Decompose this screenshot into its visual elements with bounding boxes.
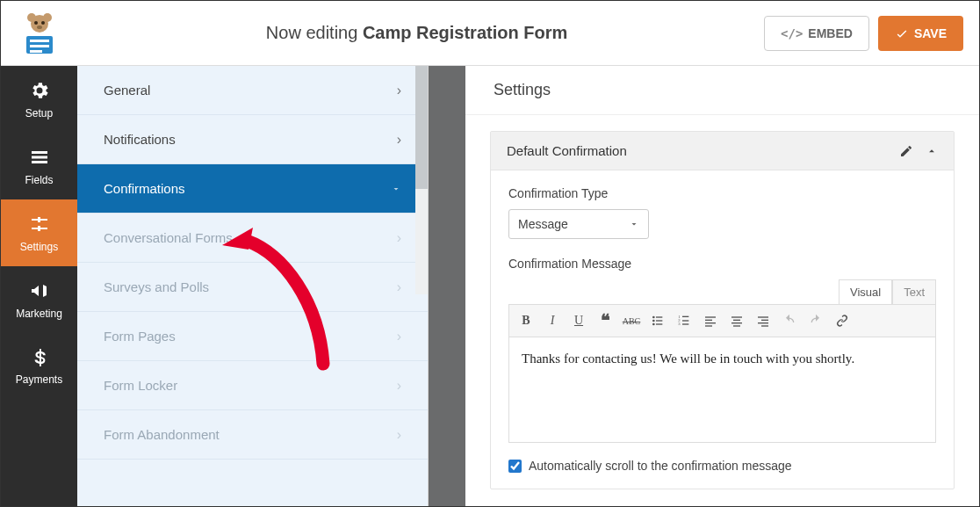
chevron-up-icon[interactable] [926, 145, 938, 157]
nav-setup[interactable]: Setup [1, 66, 77, 133]
tab-visual[interactable]: Visual [839, 279, 892, 304]
editor-toolbar: B I U ❝ ABC 123 [508, 304, 936, 337]
number-list-button[interactable]: 123 [671, 308, 697, 334]
autoscroll-checkbox[interactable] [508, 460, 522, 473]
nav-settings-label: Settings [20, 241, 58, 253]
sidebar-item-confirmations[interactable]: Confirmations [77, 164, 428, 214]
nav-fields[interactable]: Fields [1, 133, 77, 199]
embed-label: EMBED [808, 26, 853, 40]
sidebar-item-conversational-forms[interactable]: Conversational Forms › [77, 214, 428, 263]
sidebar-item-label: Confirmations [104, 181, 185, 196]
svg-rect-19 [682, 320, 688, 321]
main-body: Default Confirmation Confirmation Type M… [465, 115, 979, 506]
autoscroll-row: Automatically scroll to the confirmation… [508, 459, 936, 473]
italic-button[interactable]: I [539, 308, 566, 334]
svg-text:3: 3 [678, 322, 681, 326]
top-header: Now editing Camp Registration Form </> E… [1, 1, 979, 66]
confirmation-message-label: Confirmation Message [508, 257, 936, 271]
svg-point-12 [652, 320, 655, 322]
section-title: Settings [465, 66, 979, 115]
chevron-right-icon: › [397, 83, 401, 98]
svg-point-3 [34, 21, 38, 25]
svg-rect-26 [731, 316, 742, 317]
editing-prefix: Now editing [266, 23, 363, 42]
form-name: Camp Registration Form [363, 23, 567, 42]
preview-gutter [429, 66, 465, 506]
chevron-right-icon: › [397, 279, 401, 295]
nav-payments[interactable]: Payments [1, 333, 77, 400]
sliders-icon [29, 214, 50, 235]
svg-rect-8 [30, 45, 49, 47]
svg-rect-23 [705, 320, 712, 321]
svg-rect-9 [30, 50, 42, 53]
sidebar-item-general[interactable]: General › [77, 66, 428, 115]
nav-marketing[interactable]: Marketing [1, 266, 77, 333]
confirmation-type-select[interactable]: Message [508, 209, 649, 239]
redo-button[interactable] [803, 308, 829, 334]
panel-title: Default Confirmation [507, 143, 627, 158]
bullet-list-button[interactable] [645, 308, 671, 334]
page-title: Now editing Camp Registration Form [69, 23, 764, 43]
align-right-button[interactable] [750, 308, 776, 334]
dollar-icon [30, 348, 49, 367]
list-icon [29, 147, 50, 168]
save-label: SAVE [914, 26, 947, 40]
svg-rect-15 [656, 323, 662, 324]
sidebar-item-surveys-polls[interactable]: Surveys and Polls › [77, 263, 428, 312]
blockquote-button[interactable]: ❝ [592, 308, 618, 334]
panel-header[interactable]: Default Confirmation [491, 132, 954, 170]
workspace: Setup Fields Settings Marketing Payments… [1, 66, 979, 506]
sidebar-item-label: General [104, 83, 150, 98]
pencil-icon[interactable] [899, 144, 913, 158]
check-icon [895, 26, 909, 40]
clear-format-button[interactable]: ABC [618, 308, 645, 334]
undo-button[interactable] [776, 308, 803, 334]
svg-rect-27 [733, 320, 740, 321]
chevron-down-icon [629, 219, 639, 229]
nav-settings[interactable]: Settings [1, 199, 77, 266]
chevron-right-icon: › [397, 230, 401, 246]
svg-point-1 [27, 13, 36, 22]
scrollbar-thumb[interactable] [415, 66, 428, 189]
panel-body: Confirmation Type Message Confirmation M… [491, 170, 954, 489]
sidebar-item-form-locker[interactable]: Form Locker › [77, 361, 428, 410]
editor-tabs: Visual Text [508, 279, 936, 304]
chevron-right-icon: › [397, 132, 401, 148]
align-left-button[interactable] [697, 308, 724, 334]
svg-point-5 [37, 25, 42, 29]
sidebar-item-notifications[interactable]: Notifications › [77, 115, 428, 164]
underline-button[interactable]: U [566, 308, 592, 334]
rich-text-editor: Visual Text B I U ❝ ABC [508, 279, 936, 443]
nav-marketing-label: Marketing [16, 308, 62, 320]
embed-button[interactable]: </> EMBED [764, 16, 869, 51]
scrollbar-track[interactable] [415, 66, 428, 294]
svg-rect-32 [758, 322, 768, 323]
sidebar-item-form-abandonment[interactable]: Form Abandonment › [77, 410, 428, 460]
svg-rect-33 [761, 325, 768, 326]
svg-rect-7 [30, 40, 49, 42]
sidebar-item-label: Surveys and Polls [104, 279, 209, 294]
megaphone-icon [29, 280, 50, 301]
confirmation-panel: Default Confirmation Confirmation Type M… [490, 131, 955, 489]
svg-rect-13 [656, 320, 662, 321]
align-center-button[interactable] [724, 308, 750, 334]
bold-button[interactable]: B [513, 308, 539, 334]
sidebar-item-form-pages[interactable]: Form Pages › [77, 312, 428, 361]
section-title-text: Settings [494, 81, 551, 99]
confirmation-type-value: Message [518, 217, 568, 231]
svg-rect-29 [733, 325, 740, 326]
sidebar-item-label: Form Pages [104, 329, 176, 344]
link-button[interactable] [829, 308, 855, 334]
header-actions: </> EMBED SAVE [764, 16, 963, 51]
sidebar-item-label: Notifications [104, 132, 176, 147]
svg-point-2 [43, 13, 52, 22]
svg-rect-11 [656, 316, 662, 317]
tab-text[interactable]: Text [892, 279, 936, 304]
editor-content[interactable]: Thanks for contacting us! We will be in … [508, 337, 936, 443]
nav-payments-label: Payments [16, 373, 62, 386]
save-button[interactable]: SAVE [878, 16, 963, 51]
code-icon: </> [781, 26, 803, 40]
svg-rect-30 [758, 316, 768, 317]
sidebar-item-label: Form Locker [104, 378, 177, 393]
chevron-down-icon [391, 184, 401, 194]
